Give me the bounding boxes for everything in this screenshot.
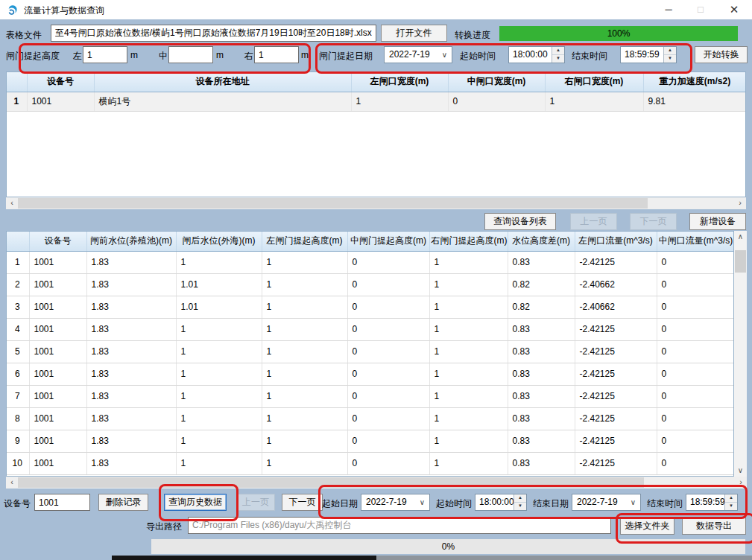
cell: 1 [351,92,448,111]
cell: 0 [657,430,734,452]
file-path-input[interactable] [51,25,376,42]
cell: 0 [347,340,429,363]
history-next-page-button[interactable]: 下一页 [282,494,323,511]
gate-lift-date-combo[interactable]: 2022-7-19 ∨ [384,46,452,63]
table-row[interactable]: 710011.8311010.83-2.421250 [7,385,734,407]
right-gate-height-input[interactable] [254,46,299,63]
cell: 0 [657,407,734,430]
column-header: 水位高度差(m) [508,232,575,251]
cell: 0 [347,385,429,407]
device-id-input[interactable] [34,494,90,511]
end-time-spinner[interactable]: 18:59:59 ▲ ▼ [620,46,677,63]
chevron-down-icon: ∨ [442,47,447,63]
table-row[interactable]: 1010011.8311010.83-2.421250 [7,452,734,474]
row-index: 7 [7,385,29,407]
query-end-time-spinner[interactable]: 18:59:59 ▲ ▼ [686,494,738,511]
cell: 1 [429,273,508,296]
query-start-time-spinner[interactable]: 18:00:00 ▲ ▼ [475,494,527,511]
cell: 0 [347,430,429,452]
column-header: 左闸口宽度(m) [351,72,448,92]
cell: -2.42125 [575,251,657,273]
table-row[interactable]: 810011.8311010.83-2.421250 [7,407,734,430]
cell: 1001 [29,340,86,363]
spin-down-icon[interactable]: ▼ [552,55,564,63]
left-unit-label: m [130,50,138,60]
mid-gate-height-input[interactable] [168,46,213,63]
query-device-list-button[interactable]: 查询设备列表 [484,213,556,230]
start-time-spinner[interactable]: 18:00:00 ▲ ▼ [508,46,565,63]
open-file-button[interactable]: 打开文件 [381,25,447,42]
spin-down-icon[interactable]: ▼ [514,503,526,510]
minimize-button[interactable]: ─ [654,0,683,19]
close-button[interactable]: ✕ [719,0,749,19]
cell: 0 [347,363,429,385]
spin-up-icon[interactable]: ▲ [514,494,526,503]
select-folder-button[interactable]: 选择文件夹 [620,518,674,535]
cell: 1001 [29,385,86,407]
cell: 0 [657,385,734,407]
history-table-hscrollbar[interactable]: ‹ › [6,477,747,489]
device-hscroll-thumb[interactable] [18,198,648,209]
query-end-date-combo[interactable]: 2022-7-19 ∨ [572,494,641,511]
row-index: 8 [7,407,29,430]
history-hscroll-thumb[interactable] [18,477,644,488]
app-window: 流量计算与数据查询 ─ □ ✕ 表格文件 打开文件 转换进度 100% 闸门提起… [0,0,752,560]
query-start-date-label: 起始日期 [322,497,358,510]
scroll-up-icon[interactable]: ∧ [734,231,747,243]
cell: 1.83 [86,385,176,407]
cell: 1001 [29,363,86,385]
app-icon [7,4,19,16]
delete-record-button[interactable]: 删除记录 [98,494,148,511]
table-row[interactable]: 110011.8311010.83-2.421250 [7,251,734,273]
cell: 1 [176,340,262,363]
query-end-time-value: 18:59:59 [690,497,725,507]
device-table-hscrollbar[interactable]: ‹ › [6,197,746,209]
table-row[interactable]: 11001横屿1号1019.81 [7,92,746,111]
cell: 1 [262,430,347,452]
cell: 0.83 [508,385,575,407]
start-convert-button[interactable]: 开始转换 [695,46,748,63]
query-start-date-combo[interactable]: 2022-7-19 ∨ [361,494,430,511]
table-row[interactable]: 510011.8311010.83-2.421250 [7,340,734,363]
spin-down-icon[interactable]: ▼ [725,503,737,510]
cell: 0 [657,273,734,296]
data-export-button[interactable]: 数据导出 [682,518,746,535]
scroll-right-icon[interactable]: › [734,197,746,209]
scroll-right-icon[interactable]: › [735,477,747,489]
cell: 1.83 [86,318,176,340]
scroll-left-icon[interactable]: ‹ [6,477,18,489]
spin-up-icon[interactable]: ▲ [664,47,676,55]
cell: 1.01 [176,296,262,318]
device-next-page-button[interactable]: 下一页 [630,213,677,230]
spin-up-icon[interactable]: ▲ [725,494,737,503]
table-row[interactable]: 210011.831.011010.82-2.406620 [7,273,734,296]
column-header: 右闸口宽度(m) [545,72,643,92]
row-index: 5 [7,340,29,363]
cell: 1 [176,318,262,340]
cell: 0.83 [508,251,575,273]
add-device-button[interactable]: 新增设备 [689,213,746,230]
table-row[interactable]: 410011.8311010.83-2.421250 [7,318,734,340]
spin-up-icon[interactable]: ▲ [552,47,564,55]
history-vscroll-thumb[interactable] [735,250,746,273]
scroll-left-icon[interactable]: ‹ [6,197,18,209]
device-prev-page-button[interactable]: 上一页 [570,213,617,230]
history-table-vscrollbar[interactable]: ∧ ∨ [734,231,747,477]
cell: 1 [262,385,347,407]
table-row[interactable]: 910011.8311010.83-2.421250 [7,430,734,452]
maximize-button[interactable]: □ [686,0,715,19]
table-row[interactable]: 310011.831.011010.82-2.406620 [7,296,734,318]
table-row[interactable]: 610011.8311010.83-2.421250 [7,363,734,385]
spin-down-icon[interactable]: ▼ [664,55,676,63]
cell: 0 [347,296,429,318]
scroll-down-icon[interactable]: ∨ [734,465,747,477]
export-path-input[interactable] [188,517,611,534]
cell: 1001 [29,430,86,452]
history-prev-page-button[interactable]: 上一页 [236,494,275,511]
query-end-date-label: 结束日期 [533,497,569,510]
query-start-time-value: 18:00:00 [479,497,514,507]
left-gate-height-input[interactable] [83,46,127,63]
query-history-button[interactable]: 查询历史数据 [164,494,227,511]
cell: 1 [262,452,347,474]
cell: 1 [545,92,643,111]
